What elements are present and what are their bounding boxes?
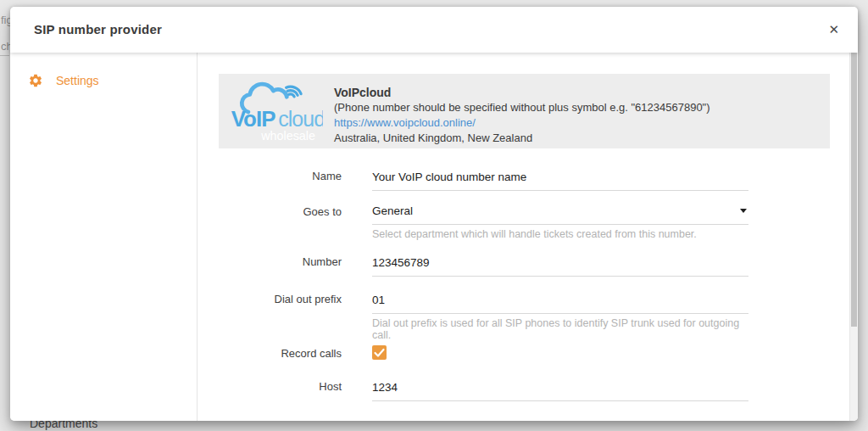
voipcloud-logo: VoIP cloud wholesale <box>225 77 323 145</box>
host-label: Host <box>198 380 342 393</box>
dialog-header: SIP number provider ✕ <box>10 7 858 53</box>
name-input[interactable] <box>372 171 748 191</box>
goes-to-value: General <box>372 204 413 217</box>
dial-out-prefix-input[interactable] <box>372 294 748 314</box>
scrollbar-thumb[interactable] <box>851 53 857 327</box>
gear-icon <box>28 73 43 88</box>
provider-regions: Australia, United Kingdom, New Zealand <box>334 131 710 146</box>
provider-url-link[interactable]: https://www.voipcloud.online/ <box>334 115 710 131</box>
sip-number-provider-dialog: SIP number provider ✕ Settings <box>10 7 858 421</box>
record-calls-label: Record calls <box>198 347 342 360</box>
close-icon[interactable]: ✕ <box>825 7 843 53</box>
goes-to-select[interactable]: General <box>372 204 748 225</box>
vertical-scrollbar[interactable] <box>849 53 858 421</box>
logo-word-cloud: cloud <box>278 107 323 131</box>
host-input[interactable] <box>372 381 748 401</box>
name-label: Name <box>198 170 342 182</box>
dialog-sidebar: Settings <box>10 53 198 421</box>
dial-out-prefix-label: Dial out prefix <box>198 293 342 305</box>
logo-word-voip: VoIP <box>231 107 275 131</box>
goes-to-label: Goes to <box>198 205 342 218</box>
sidebar-item-label: Settings <box>56 74 99 87</box>
logo-word-wholesale: wholesale <box>260 129 315 143</box>
provider-description: VoIPcloud (Phone number should be specif… <box>334 85 710 146</box>
provider-info-box: VoIP cloud wholesale VoIPcloud (Phone nu… <box>219 74 830 148</box>
record-calls-checkbox[interactable] <box>372 345 387 360</box>
goes-to-helper: Select department which will handle tick… <box>372 228 748 240</box>
settings-pane: VoIP cloud wholesale VoIPcloud (Phone nu… <box>198 53 858 421</box>
number-input[interactable] <box>372 256 748 277</box>
check-icon <box>372 345 387 360</box>
provider-note: (Phone number should be specified withou… <box>334 100 710 115</box>
chevron-down-icon <box>740 209 747 213</box>
number-label: Number <box>198 255 342 268</box>
dial-out-prefix-helper: Dial out prefix is used for all SIP phon… <box>372 317 748 341</box>
dialog-body: Settings VoIP cloud wh <box>10 53 858 421</box>
sidebar-item-settings[interactable]: Settings <box>10 73 197 88</box>
dialog-title: SIP number provider <box>34 7 162 53</box>
background-input-underline <box>0 55 9 56</box>
provider-name: VoIPcloud <box>334 85 710 100</box>
